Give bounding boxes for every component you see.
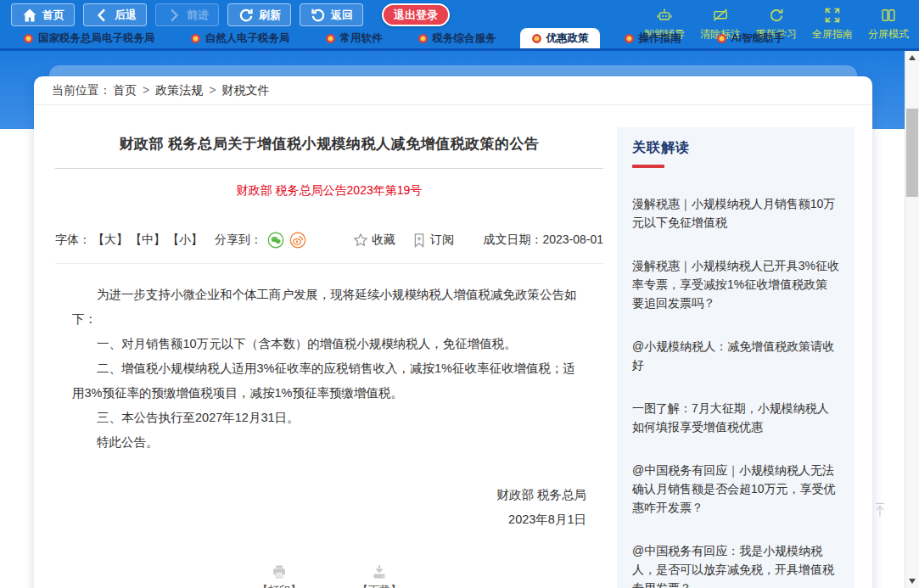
tab-bar: 国家税务总局电子税务局自然人电子税务局常用软件税务综合服务优惠政策操作指南Ai智… (12, 28, 795, 48)
favorite-button[interactable]: 收藏 (352, 232, 395, 249)
tab-common-software[interactable]: 常用软件 (314, 28, 394, 48)
home-icon (21, 7, 38, 24)
fullscreen-icon (824, 7, 841, 24)
font-size-label: 字体： (55, 232, 91, 248)
return-button[interactable]: 返回 (300, 3, 363, 26)
document-toolbar: 字体： 【大】【中】【小】 分享到： 收藏 订阅 成文日期：2023-08-01 (55, 232, 603, 249)
font-size-option-2[interactable]: 【小】 (167, 232, 203, 246)
refresh-button[interactable]: 刷新 (227, 3, 291, 26)
return-icon (310, 7, 327, 24)
weibo-share-icon[interactable] (289, 232, 306, 249)
signature-line: 2023年8月1日 (55, 507, 586, 532)
scrollbar-up-arrow[interactable] (909, 55, 916, 60)
personal-etax-emblem-icon (190, 33, 201, 44)
signature-line: 财政部 税务总局 (55, 483, 586, 507)
subscribe-label: 订阅 (430, 232, 454, 248)
issue-date: 成文日期：2023-08-01 (483, 232, 603, 248)
star-icon (352, 232, 369, 249)
related-item[interactable]: @中国税务有回应：我是小规模纳税人，是否可以放弃减免税，开具增值税专用发票？ (632, 541, 839, 588)
printer-icon (271, 563, 288, 580)
breadcrumb-link[interactable]: 财税文件 (221, 83, 269, 97)
tab-operation-guide[interactable]: 操作指南 (613, 28, 692, 48)
forward-label: 前进 (187, 8, 209, 23)
scrollbar-down-arrow[interactable] (909, 579, 916, 584)
refresh-icon (238, 7, 255, 24)
related-item[interactable]: 漫解税惠｜小规模纳税人已开具3%征收率专票，享受减按1%征收增值税政策要追回发票… (632, 256, 839, 312)
document-paragraph: 二、增值税小规模纳税人适用3%征收率的应税销售收入，减按1%征收率征收增值税；适… (72, 356, 586, 406)
print-button[interactable]: 【打印】 (257, 563, 301, 588)
tab-label: 国家税务总局电子税务局 (38, 31, 155, 46)
logout-button[interactable]: 退出登录 (382, 3, 450, 26)
font-size-option-0[interactable]: 【大】 (92, 232, 128, 246)
back-button[interactable]: 后退 (83, 3, 147, 26)
forward-icon (165, 7, 182, 24)
related-title-underline (632, 165, 664, 168)
tab-label: 税务综合服务 (433, 31, 496, 46)
tab-label: 常用软件 (340, 31, 383, 46)
subscribe-button[interactable]: 订阅 (411, 232, 454, 249)
document-body: 为进一步支持小微企业和个体工商户发展，现将延续小规模纳税人增值税减免政策公告如下… (55, 283, 603, 455)
document-paragraph: 特此公告。 (72, 430, 586, 455)
issue-date-label: 成文日期： (483, 232, 542, 246)
download-button[interactable]: 【下载】 (357, 563, 401, 588)
related-item[interactable]: 漫解税惠｜小规模纳税人月销售额10万元以下免征增值税 (632, 194, 839, 232)
tab-label: 自然人电子税务局 (205, 31, 290, 46)
share-label: 分享到： (215, 232, 262, 248)
related-panel: 关联解读 漫解税惠｜小规模纳税人月销售额10万元以下免征增值税漫解税惠｜小规模纳… (617, 127, 855, 588)
download-label: 【下载】 (357, 583, 401, 588)
tab-ai-assistant[interactable]: Ai智能助手 (705, 28, 796, 48)
document-paragraph: 为进一步支持小微企业和个体工商户发展，现将延续小规模纳税人增值税减免政策公告如下… (72, 283, 586, 332)
related-item[interactable]: @小规模纳税人：减免增值税政策请收好 (632, 337, 839, 374)
related-title: 关联解读 (632, 139, 839, 157)
font-size-options: 【大】【中】【小】 (91, 232, 203, 248)
document-paragraph: 一、对月销售额10万元以下（含本数）的增值税小规模纳税人，免征增值税。 (72, 332, 586, 356)
document-number: 财政部 税务总局公告2023年第19号 (55, 183, 603, 199)
tab-personal-etax[interactable]: 自然人电子税务局 (179, 28, 301, 48)
tab-label: 优惠政策 (546, 31, 589, 46)
split-screen-button[interactable]: 分屏模式 (866, 7, 911, 42)
document-paragraph: 三、本公告执行至2027年12月31日。 (72, 406, 586, 430)
national-etax-emblem-icon (23, 33, 34, 44)
title-divider (55, 168, 603, 169)
reload-icon (768, 7, 785, 24)
home-button[interactable]: 首页 (11, 3, 75, 26)
breadcrumb-link[interactable]: 政策法规 (155, 83, 203, 97)
fullscreen-guide-label: 全屏指南 (812, 27, 853, 42)
download-icon (371, 563, 388, 580)
breadcrumb-prefix: 当前位置： (52, 83, 111, 98)
tab-label: Ai智能助手 (731, 31, 785, 46)
scrollbar-thumb[interactable] (906, 109, 918, 197)
operation-guide-emblem-icon (624, 33, 635, 44)
font-size-option-1[interactable]: 【中】 (130, 232, 165, 246)
toolbar-divider (55, 263, 603, 264)
tax-services-emblem-icon (417, 33, 429, 44)
tab-preferential-policy[interactable]: 优惠政策 (520, 28, 600, 48)
back-to-top-icon (871, 501, 888, 518)
content-card: 当前位置： 首页>政策法规>财税文件 财政部 税务总局关于增值税小规模纳税人减免… (34, 76, 872, 588)
document-actions: 【打印】 【下载】 (55, 563, 603, 588)
document-pane: 财政部 税务总局关于增值税小规模纳税人减免增值税政策的公告 财政部 税务总局公告… (55, 127, 603, 588)
issue-date-value: 2023-08-01 (542, 232, 603, 246)
tab-label: 操作指南 (639, 31, 681, 46)
forward-button[interactable]: 前进 (155, 3, 219, 26)
breadcrumb: 当前位置： 首页>政策法规>财税文件 (34, 76, 872, 105)
wechat-share-icon[interactable] (267, 232, 284, 249)
ai-assistant-emblem-icon (716, 33, 727, 44)
breadcrumb-link[interactable]: 首页 (113, 83, 137, 97)
tab-tax-services[interactable]: 税务综合服务 (406, 28, 507, 48)
robot-icon (656, 7, 673, 24)
breadcrumb-items: 首页>政策法规>财税文件 (111, 83, 269, 98)
back-to-top-button[interactable] (871, 501, 897, 537)
refresh-label: 刷新 (259, 8, 281, 23)
page-scrollbar[interactable] (905, 51, 919, 588)
preferential-policy-emblem-icon (531, 33, 542, 44)
favorite-label: 收藏 (372, 232, 395, 248)
related-item[interactable]: @中国税务有回应｜小规模纳税人无法确认月销售额是否会超10万元，享受优惠咋开发票… (632, 461, 839, 517)
back-label: 后退 (115, 8, 137, 23)
tab-national-etax[interactable]: 国家税务总局电子税务局 (12, 28, 166, 48)
document-title: 财政部 税务总局关于增值税小规模纳税人减免增值税政策的公告 (55, 134, 603, 154)
fullscreen-guide-button[interactable]: 全屏指南 (810, 7, 855, 42)
related-list: 漫解税惠｜小规模纳税人月销售额10万元以下免征增值税漫解税惠｜小规模纳税人已开具… (632, 194, 839, 588)
print-label: 【打印】 (257, 583, 301, 588)
related-item[interactable]: 一图了解：7月大征期，小规模纳税人如何填报享受增值税优惠 (632, 399, 839, 436)
